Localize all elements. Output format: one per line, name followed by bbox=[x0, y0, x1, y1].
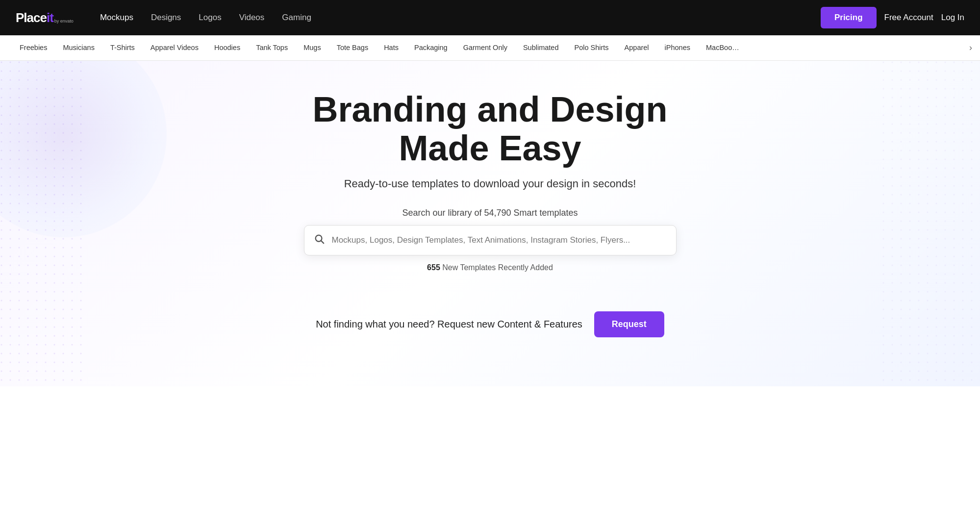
nav-links: Mockups Designs Logos Videos Gaming bbox=[93, 9, 821, 26]
category-tank-tops[interactable]: Tank Tops bbox=[248, 35, 296, 61]
login-link[interactable]: Log In bbox=[941, 13, 964, 23]
category-tshirts[interactable]: T-Shirts bbox=[102, 35, 143, 61]
logo-sub: by envato bbox=[54, 19, 74, 24]
nav-designs[interactable]: Designs bbox=[144, 9, 188, 26]
search-container bbox=[304, 225, 677, 255]
svg-line-5 bbox=[321, 241, 324, 244]
search-label: Search our library of 54,790 Smart templ… bbox=[402, 208, 578, 218]
svg-rect-1 bbox=[0, 61, 88, 386]
hero-bg-circle bbox=[0, 61, 167, 237]
category-macbooks[interactable]: MacBoo… bbox=[698, 35, 747, 61]
pricing-button[interactable]: Pricing bbox=[821, 7, 877, 28]
category-packaging[interactable]: Packaging bbox=[406, 35, 455, 61]
hero-dots-left bbox=[0, 61, 88, 386]
category-iphones[interactable]: iPhones bbox=[657, 35, 698, 61]
nav-mockups[interactable]: Mockups bbox=[93, 9, 140, 26]
hero-subtitle: Ready-to-use templates to download your … bbox=[344, 177, 636, 190]
nav-videos[interactable]: Videos bbox=[232, 9, 272, 26]
category-tote-bags[interactable]: Tote Bags bbox=[329, 35, 377, 61]
recently-added-count: 655 bbox=[427, 263, 440, 272]
free-account-link[interactable]: Free Account bbox=[884, 13, 933, 23]
nav-gaming[interactable]: Gaming bbox=[275, 9, 318, 26]
category-polo-shirts[interactable]: Polo Shirts bbox=[566, 35, 616, 61]
top-navigation: Placeit by envato Mockups Designs Logos … bbox=[0, 0, 980, 35]
category-musicians[interactable]: Musicians bbox=[55, 35, 102, 61]
category-bar: Freebies Musicians T-Shirts Apparel Vide… bbox=[0, 35, 980, 61]
logo-text: Placeit bbox=[16, 10, 53, 25]
category-garment-only[interactable]: Garment Only bbox=[455, 35, 515, 61]
search-input[interactable] bbox=[304, 225, 677, 255]
category-apparel-videos[interactable]: Apparel Videos bbox=[143, 35, 206, 61]
category-list: Freebies Musicians T-Shirts Apparel Vide… bbox=[12, 35, 968, 61]
search-icon bbox=[314, 233, 325, 247]
request-label: Not finding what you need? Request new C… bbox=[316, 319, 582, 330]
hero-title: Branding and Design Made Easy bbox=[270, 90, 711, 168]
category-sublimated[interactable]: Sublimated bbox=[515, 35, 567, 61]
category-mugs[interactable]: Mugs bbox=[296, 35, 328, 61]
hero-dots-right bbox=[882, 61, 980, 386]
nav-right-actions: Pricing Free Account Log In bbox=[821, 7, 964, 28]
logo-link[interactable]: Placeit by envato bbox=[16, 10, 74, 25]
category-hats[interactable]: Hats bbox=[376, 35, 406, 61]
category-apparel[interactable]: Apparel bbox=[617, 35, 657, 61]
recently-added-text: 655 New Templates Recently Added bbox=[427, 263, 553, 272]
nav-logos[interactable]: Logos bbox=[192, 9, 228, 26]
request-button[interactable]: Request bbox=[594, 311, 664, 337]
category-hoodies[interactable]: Hoodies bbox=[206, 35, 248, 61]
category-freebies[interactable]: Freebies bbox=[12, 35, 55, 61]
category-scroll-right[interactable]: › bbox=[965, 41, 976, 55]
hero-section: Branding and Design Made Easy Ready-to-u… bbox=[0, 61, 980, 386]
request-section: Not finding what you need? Request new C… bbox=[306, 302, 674, 347]
svg-rect-3 bbox=[882, 61, 980, 386]
